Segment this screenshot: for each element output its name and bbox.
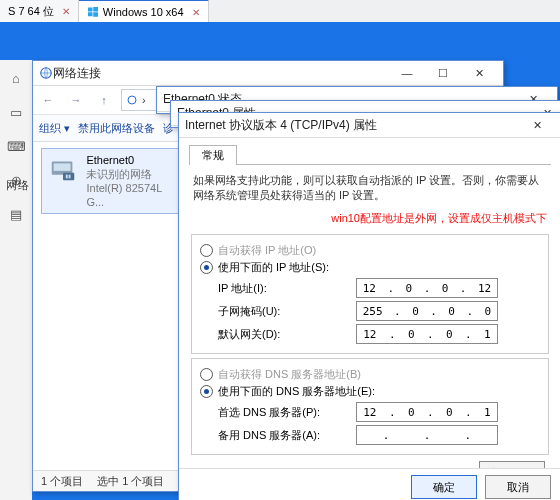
svg-rect-10	[69, 175, 71, 179]
svg-rect-3	[93, 12, 98, 17]
svg-rect-7	[54, 163, 71, 171]
radio-manual-dns[interactable]: 使用下面的 DNS 服务器地址(E):	[200, 384, 540, 399]
label-ip: IP 地址(I):	[218, 281, 348, 296]
radio-label: 自动获得 DNS 服务器地址(B)	[218, 367, 361, 382]
annotation-text: win10配置地址是外网，设置成仅主机模式下	[193, 211, 547, 226]
vm-tab-prev[interactable]: S 7 64 位 ✕	[0, 0, 79, 22]
label-gw: 默认网关(D):	[218, 327, 348, 342]
window-title: 网络连接	[53, 65, 389, 82]
description-text: 如果网络支持此功能，则可以获取自动指派的 IP 设置。否则，你需要从网络系统管理…	[193, 173, 547, 203]
titlebar[interactable]: 网络连接 — ☐ ✕	[33, 61, 503, 86]
svg-rect-2	[88, 12, 93, 16]
home-icon[interactable]: ⌂	[8, 70, 24, 86]
vm-tab-active[interactable]: Windows 10 x64 ✕	[79, 0, 209, 23]
radio-icon	[200, 368, 213, 381]
input-dns2[interactable]: ...	[356, 425, 498, 445]
adapter-item-ethernet0[interactable]: Ethernet0 未识别的网络 Intel(R) 82574L G...	[41, 148, 185, 214]
ok-button[interactable]: 确定	[411, 475, 477, 499]
settings-section-label: 网络	[6, 178, 30, 193]
minimize-button[interactable]: —	[389, 61, 425, 85]
tab-strip: 常规	[189, 142, 551, 165]
field-dns1: 首选 DNS 服务器(P): 12.0.0.1	[218, 402, 540, 422]
field-dns2: 备用 DNS 服务器(A): ...	[218, 425, 540, 445]
field-gw: 默认网关(D): 12.0.0.1	[218, 324, 540, 344]
status-selected: 选中 1 个项目	[97, 474, 164, 489]
radio-label: 使用下面的 IP 地址(S):	[218, 260, 329, 275]
label-dns2: 备用 DNS 服务器(A):	[218, 428, 348, 443]
svg-rect-9	[66, 175, 68, 179]
radio-icon	[200, 261, 213, 274]
dialog-buttons: 确定 取消	[179, 468, 560, 500]
titlebar[interactable]: Internet 协议版本 4 (TCP/IPv4) 属性 ✕	[179, 113, 560, 138]
svg-point-5	[128, 96, 136, 104]
up-icon[interactable]: ↑	[93, 89, 115, 111]
tab-general[interactable]: 常规	[189, 145, 237, 165]
settings-sidebar: ⌂ ▭ ⌨ ⊕ ▤	[0, 60, 32, 500]
ethernet-adapter-icon	[48, 153, 78, 185]
radio-manual-ip[interactable]: 使用下面的 IP 地址(S):	[200, 260, 540, 275]
close-icon[interactable]: ✕	[62, 6, 70, 17]
windows-logo-icon	[87, 6, 99, 18]
radio-label: 自动获得 IP 地址(O)	[218, 243, 316, 258]
svg-rect-0	[88, 8, 93, 12]
disable-device-button[interactable]: 禁用此网络设备	[78, 121, 155, 136]
network-folder-icon	[126, 94, 138, 106]
input-mask[interactable]: 255.0.0.0	[356, 301, 498, 321]
radio-auto-dns[interactable]: 自动获得 DNS 服务器地址(B)	[200, 367, 540, 382]
field-mask: 子网掩码(U): 255.0.0.0	[218, 301, 540, 321]
cancel-button[interactable]: 取消	[485, 475, 551, 499]
desktop: S 7 64 位 ✕ Windows 10 x64 ✕ 设置 ⌂ ▭ ⌨ ⊕ ▤…	[0, 0, 560, 500]
dns-group: 自动获得 DNS 服务器地址(B) 使用下面的 DNS 服务器地址(E): 首选…	[191, 358, 549, 455]
label-dns1: 首选 DNS 服务器(P):	[218, 405, 348, 420]
close-button[interactable]: ✕	[461, 61, 497, 85]
vm-tab-active-label: Windows 10 x64	[103, 6, 184, 18]
radio-icon	[200, 385, 213, 398]
organize-menu[interactable]: 组织 ▾	[39, 121, 70, 136]
bottom-row: 退出时验证设置(L) 高级(V)...	[189, 461, 551, 468]
adapter-info: Ethernet0 未识别的网络 Intel(R) 82574L G...	[86, 153, 178, 209]
devices-icon[interactable]: ⌨	[8, 138, 24, 154]
advanced-button[interactable]: 高级(V)...	[479, 461, 545, 468]
adapter-status: 未识别的网络	[86, 167, 178, 181]
radio-auto-ip[interactable]: 自动获得 IP 地址(O)	[200, 243, 540, 258]
close-button[interactable]: ✕	[519, 113, 555, 137]
network-folder-icon	[39, 66, 53, 80]
adapter-name: Ethernet0	[86, 153, 178, 167]
input-gw[interactable]: 12.0.0.1	[356, 324, 498, 344]
forward-icon[interactable]: →	[65, 89, 87, 111]
vm-tab-strip: S 7 64 位 ✕ Windows 10 x64 ✕	[0, 0, 560, 23]
system-icon[interactable]: ▭	[8, 104, 24, 120]
status-count: 1 个项目	[41, 474, 83, 489]
ipv4-properties-dialog: Internet 协议版本 4 (TCP/IPv4) 属性 ✕ 常规 如果网络支…	[178, 112, 560, 500]
maximize-button[interactable]: ☐	[425, 61, 461, 85]
field-ip: IP 地址(I): 12.0.0.12	[218, 278, 540, 298]
close-icon[interactable]: ✕	[192, 7, 200, 18]
dialog-body: 常规 如果网络支持此功能，则可以获取自动指派的 IP 设置。否则，你需要从网络系…	[179, 138, 560, 468]
svg-rect-1	[93, 7, 98, 12]
input-dns1[interactable]: 12.0.0.1	[356, 402, 498, 422]
label-mask: 子网掩码(U):	[218, 304, 348, 319]
window-title: Internet 协议版本 4 (TCP/IPv4) 属性	[185, 117, 519, 134]
radio-label: 使用下面的 DNS 服务器地址(E):	[218, 384, 375, 399]
apps-icon[interactable]: ▤	[8, 206, 24, 222]
breadcrumb-sep: ›	[142, 94, 146, 106]
radio-icon	[200, 244, 213, 257]
vm-tab-prev-label: S 7 64 位	[8, 4, 54, 19]
input-ip[interactable]: 12.0.0.12	[356, 278, 498, 298]
back-icon[interactable]: ←	[37, 89, 59, 111]
ip-group: 自动获得 IP 地址(O) 使用下面的 IP 地址(S): IP 地址(I): …	[191, 234, 549, 354]
adapter-device: Intel(R) 82574L G...	[86, 181, 178, 209]
